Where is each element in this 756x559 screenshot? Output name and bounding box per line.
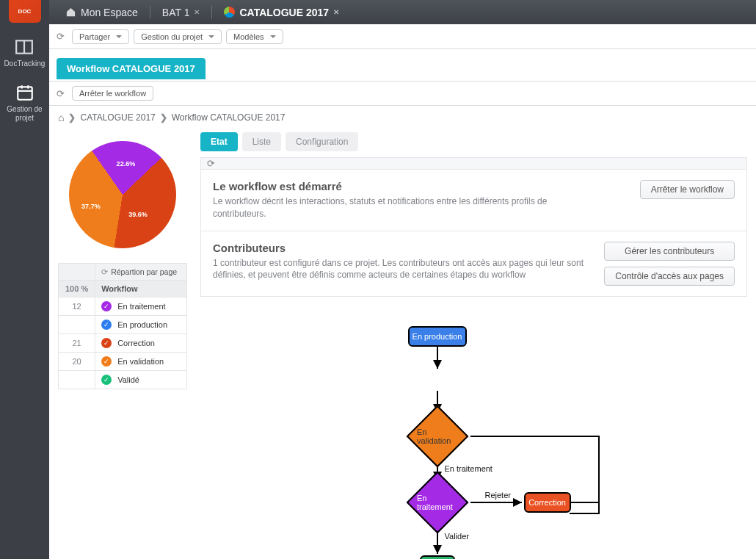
table-row[interactable]: En production (59, 316, 187, 334)
rail-gestion-projet[interactable]: Gestion de projet (0, 83, 49, 123)
breadcrumb: ⌂ ❯ CATALOGUE 2017 ❯ Workflow CATALOGUE … (49, 106, 756, 129)
arreter-workflow-button[interactable]: Arrêter le workflow (72, 86, 153, 101)
arreter-workflow-button[interactable]: Arrêter le workflow (640, 180, 735, 199)
home-icon (65, 7, 76, 18)
separator (150, 6, 150, 19)
refresh-icon[interactable] (57, 31, 68, 42)
breadcrumb-item[interactable]: CATALOGUE 2017 (80, 112, 155, 123)
refresh-icon[interactable] (207, 158, 218, 169)
close-icon[interactable]: ✕ (333, 8, 339, 16)
project-toolbar: Partager Gestion du projet Modèles (49, 24, 756, 49)
flow-correction: Correction (524, 492, 571, 513)
workflow-status-card: Le workflow est démarré Le workflow décr… (200, 170, 747, 231)
card-title: Le workflow est démarré (213, 180, 595, 192)
pie-slice-label: 22.6% (117, 160, 136, 167)
tab-label: Mon Espace (81, 7, 138, 18)
tab-bat1[interactable]: BAT 1 ✕ (158, 7, 205, 18)
left-rail: DOC DocTracking Gestion de projet (0, 0, 49, 559)
top-tabbar: Mon Espace BAT 1 ✕ CATALOGUE 2017 ✕ (49, 0, 756, 24)
palette-icon (224, 7, 235, 18)
flow-edge-label: Rejeter (485, 491, 511, 500)
refresh-icon[interactable] (57, 88, 68, 99)
breadcrumb-item: Workflow CATALOGUE 2017 (172, 112, 286, 123)
table-row[interactable]: 21Correction (59, 334, 187, 353)
tab-configuration[interactable]: Configuration (286, 132, 358, 151)
layout-icon (15, 37, 34, 57)
repartition-header[interactable]: Répartion par page (101, 267, 181, 276)
pie-slice-label: 37.7% (81, 203, 101, 210)
card-desc: 1 contributeur est configuré dans ce pro… (213, 257, 586, 282)
separator (211, 6, 212, 19)
status-dot (101, 320, 112, 330)
tab-etat[interactable]: Etat (200, 132, 238, 151)
table-row[interactable]: 12En traitement (59, 297, 187, 316)
table-row[interactable]: Validé (59, 371, 187, 389)
tab-mon-espace[interactable]: Mon Espace (61, 7, 142, 18)
workflow-pie-chart: 22.6% 39.6% 37.7% (49, 129, 197, 270)
rail-label: DocTracking (4, 59, 46, 68)
tab-label: BAT 1 (162, 7, 190, 18)
workflow-diagram: Démarrage En production En validation En… (305, 326, 643, 559)
flow-edge-label: Valider (445, 532, 469, 541)
workflow-title-tab: Workflow CATALOGUE 2017 (57, 58, 206, 79)
rail-label: Gestion de projet (0, 105, 49, 123)
gestion-projet-dropdown[interactable]: Gestion du projet (134, 29, 222, 44)
gerer-contributeurs-button[interactable]: Gérer les contributeurs (604, 242, 735, 261)
workflow-sub-tabs: Etat Liste Configuration (200, 132, 747, 151)
flow-valide: Validé (420, 555, 455, 559)
controle-acces-button[interactable]: Contrôle d'accès aux pages (604, 267, 735, 286)
rail-doctracking[interactable]: DocTracking (4, 37, 46, 68)
status-dot (101, 338, 112, 348)
status-dot (101, 356, 112, 367)
card-title: Contributeurs (213, 242, 586, 254)
table-row[interactable]: 20En validation (59, 353, 187, 371)
logo: DOC (9, 0, 41, 23)
close-icon[interactable]: ✕ (194, 8, 200, 16)
calendar-icon (15, 83, 34, 102)
flow-edge-label: En traitement (445, 464, 493, 473)
status-dot (101, 375, 112, 385)
flow-production: En production (408, 326, 467, 347)
card-desc: Le workflow décrit les interactions, sta… (213, 195, 595, 220)
workflow-table: Répartion par page 100 %Workflow 12En tr… (58, 263, 187, 389)
status-dot (101, 301, 112, 311)
workflow-toolbar: Arrêter le workflow (49, 81, 756, 106)
tab-catalogue-2017[interactable]: CATALOGUE 2017 ✕ (219, 7, 344, 18)
pie-slice-label: 39.6% (128, 211, 148, 218)
partager-dropdown[interactable]: Partager (72, 29, 129, 44)
home-icon[interactable]: ⌂ (58, 112, 64, 123)
modeles-dropdown[interactable]: Modèles (226, 29, 283, 44)
tab-liste[interactable]: Liste (242, 132, 281, 151)
svg-rect-2 (18, 87, 32, 99)
tab-label: CATALOGUE 2017 (239, 7, 329, 18)
contributeurs-card: Contributeurs 1 contributeur est configu… (200, 231, 747, 297)
